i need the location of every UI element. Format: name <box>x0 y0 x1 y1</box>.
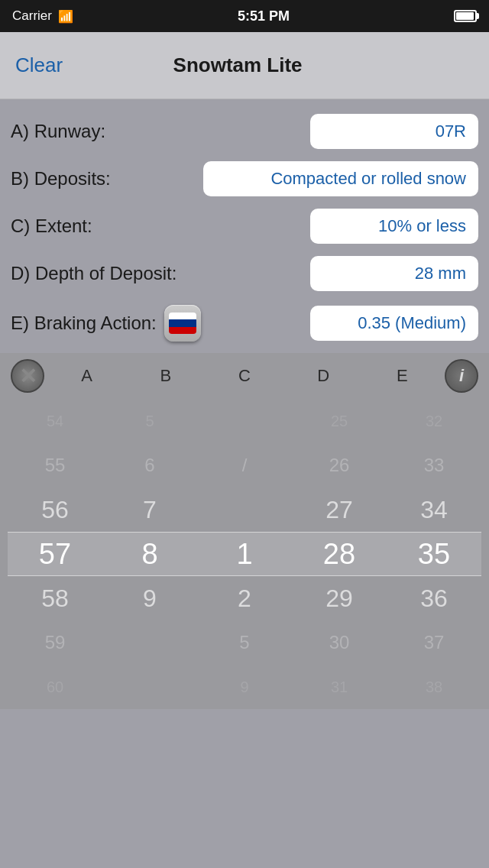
picker-item[interactable]: 55 <box>19 443 92 487</box>
picker-item[interactable] <box>209 399 281 443</box>
picker-item[interactable]: 2 <box>209 576 281 620</box>
picker-item[interactable]: 29 <box>303 576 376 620</box>
deposits-label: B) Deposits: <box>11 168 111 189</box>
col-header-c: C <box>208 366 280 386</box>
picker-item[interactable]: 58 <box>19 576 92 620</box>
picker-item[interactable] <box>209 487 281 532</box>
picker-item[interactable]: 9 <box>114 576 186 620</box>
info-icon: i <box>459 366 464 386</box>
info-button[interactable]: i <box>445 359 478 393</box>
depth-value[interactable]: 28 mm <box>310 256 478 291</box>
picker[interactable]: 54 55 56 57 58 59 60 5 6 7 8 9 / 1 2 5 9 <box>0 399 489 709</box>
picker-item[interactable]: 31 <box>303 665 376 709</box>
braking-value[interactable]: 0.35 (Medium) <box>310 306 478 341</box>
picker-item[interactable]: 26 <box>303 443 376 487</box>
picker-highlight <box>8 532 481 576</box>
form-content: A) Runway: 07R B) Deposits: Compacted or… <box>0 99 489 345</box>
braking-label: E) Braking Action: <box>11 313 157 334</box>
picker-item[interactable]: 36 <box>398 576 471 620</box>
picker-item[interactable]: 30 <box>303 620 376 665</box>
picker-item[interactable]: 56 <box>19 487 92 532</box>
col-header-b: B <box>129 366 202 386</box>
extent-label: C) Extent: <box>11 215 92 237</box>
runway-label: A) Runway: <box>11 121 105 142</box>
runway-value[interactable]: 07R <box>310 114 478 149</box>
picker-item[interactable]: 59 <box>19 620 92 665</box>
deposits-value[interactable]: Compacted or rolled snow <box>203 161 478 196</box>
picker-item[interactable]: 33 <box>398 443 471 487</box>
col-header-a: A <box>50 366 123 386</box>
extent-row: C) Extent: 10% or less <box>11 206 478 246</box>
picker-item[interactable]: 37 <box>398 620 471 665</box>
carrier-label: Carrier <box>12 8 52 24</box>
flag-button[interactable] <box>164 305 201 342</box>
braking-left: E) Braking Action: <box>11 305 201 342</box>
picker-item[interactable]: 27 <box>303 487 376 532</box>
deposits-row: B) Deposits: Compacted or rolled snow <box>11 159 478 199</box>
flag-stripe-blue <box>169 319 196 326</box>
russia-flag <box>169 313 196 334</box>
extent-value[interactable]: 10% or less <box>310 209 478 244</box>
picker-item[interactable]: 6 <box>114 443 186 487</box>
picker-item[interactable] <box>114 665 186 709</box>
picker-item[interactable]: 60 <box>19 665 92 709</box>
picker-item[interactable]: / <box>209 443 281 487</box>
braking-row: E) Braking Action: 0.35 (Medium) <box>11 301 478 345</box>
picker-item[interactable]: 5 <box>114 399 186 443</box>
cancel-button[interactable]: ✕ <box>11 359 44 393</box>
picker-item[interactable]: 34 <box>398 487 471 532</box>
runway-row: A) Runway: 07R <box>11 112 478 151</box>
cancel-icon: ✕ <box>19 364 37 389</box>
picker-item[interactable]: 9 <box>209 665 281 709</box>
wifi-icon: 📶 <box>58 9 73 24</box>
depth-label: D) Depth of Deposit: <box>11 263 176 284</box>
flag-stripe-white <box>169 313 196 319</box>
nav-bar: Clear Snowtam Lite <box>0 32 489 99</box>
app-title: Snowtam Lite <box>173 53 303 77</box>
bottom-area <box>0 709 489 862</box>
col-header-d: D <box>287 366 360 386</box>
picker-item[interactable]: 38 <box>398 665 471 709</box>
picker-item[interactable] <box>114 620 186 665</box>
picker-header-row: ✕ A B C D E i <box>0 353 489 399</box>
depth-row: D) Depth of Deposit: 28 mm <box>11 254 478 293</box>
col-header-e: E <box>366 366 439 386</box>
clear-button[interactable]: Clear <box>15 53 63 77</box>
picker-item[interactable]: 25 <box>303 399 376 443</box>
battery-icon <box>454 10 477 22</box>
picker-item[interactable]: 5 <box>209 620 281 665</box>
picker-item[interactable]: 54 <box>19 399 92 443</box>
picker-item[interactable]: 7 <box>114 487 186 532</box>
status-time: 5:51 PM <box>238 8 290 24</box>
picker-item[interactable]: 32 <box>398 399 471 443</box>
status-bar: Carrier 📶 5:51 PM <box>0 0 489 32</box>
flag-stripe-red <box>169 327 196 334</box>
